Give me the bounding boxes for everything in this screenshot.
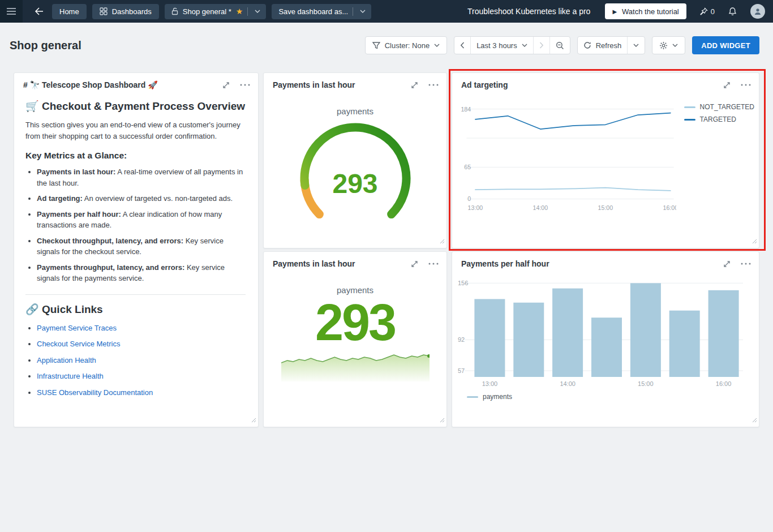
list-item: Infrastructure Health	[37, 371, 246, 382]
bell-icon	[728, 7, 737, 16]
add-widget-button[interactable]: ADD WIDGET	[692, 36, 759, 54]
link-application-health[interactable]: Application Health	[37, 356, 96, 364]
legend-marker	[684, 119, 695, 121]
overview-heading: 🛒 Checkout & Payment Process Overview	[25, 100, 246, 113]
resize-handle[interactable]	[752, 415, 757, 425]
link-payment-service-traces[interactable]: Payment Service Traces	[37, 324, 117, 332]
link-suse-observability-docs[interactable]: SUSE Observability Documentation	[37, 388, 153, 397]
widget-menu-button[interactable]	[428, 84, 439, 86]
svg-text:0: 0	[467, 195, 471, 202]
funnel-icon	[372, 42, 380, 49]
dashboards-label: Dashboards	[112, 7, 152, 16]
user-avatar[interactable]	[750, 4, 765, 19]
top-navigation-bar: Home Dashboards Shop general * ★ Save da…	[0, 0, 773, 23]
expand-icon	[723, 81, 731, 89]
pinned-views-button[interactable]: 0	[700, 7, 715, 16]
svg-text:15:00: 15:00	[638, 380, 654, 387]
widget-menu-button[interactable]	[741, 263, 751, 265]
svg-text:15:00: 15:00	[598, 204, 613, 211]
time-forward-button[interactable]	[534, 37, 550, 54]
link-checkout-service-metrics[interactable]: Checkout Service Metrics	[37, 340, 120, 348]
quick-links-list: Payment Service Traces Checkout Service …	[37, 323, 246, 398]
ellipsis-icon	[428, 263, 439, 265]
dashboard-toolbar: Cluster: None Last 3 hours Refresh	[365, 36, 759, 54]
expand-icon	[410, 260, 419, 268]
svg-text:14:00: 14:00	[533, 204, 548, 211]
time-range-button[interactable]: Last 3 hours	[471, 37, 534, 54]
resize-handle[interactable]	[752, 236, 757, 246]
menu-button[interactable]	[0, 0, 23, 23]
refresh-button[interactable]: Refresh	[578, 37, 628, 54]
expand-widget-button[interactable]	[410, 81, 419, 89]
legend-marker	[684, 106, 695, 108]
svg-text:156: 156	[458, 280, 468, 286]
zoom-out-time-button[interactable]	[550, 37, 570, 54]
chart-legend: NOT_TARGETED TARGETED	[684, 103, 754, 217]
notifications-button[interactable]	[728, 7, 737, 16]
svg-text:13:00: 13:00	[468, 204, 483, 211]
list-item: Checkout throughput, latency, and errors…	[37, 235, 246, 258]
widget-title: Payments in last hour	[273, 80, 355, 89]
metrics-list: Payments in last hour: A real-time overv…	[37, 166, 246, 284]
expand-widget-button[interactable]	[723, 81, 731, 89]
list-item: Payments in last hour: A real-time overv…	[37, 166, 246, 188]
resize-handle[interactable]	[251, 415, 256, 425]
current-dashboard-selector[interactable]: Shop general * ★	[165, 4, 267, 19]
legend-item-not-targeted[interactable]: NOT_TARGETED	[684, 103, 754, 111]
payments-bar-chart: 156925713:0014:0015:0016:00	[457, 274, 746, 389]
widget-payments-per-half-hour: Payments per half hour 156925713:0014:00…	[452, 251, 759, 427]
back-arrow-icon	[35, 7, 44, 15]
zoom-out-icon	[556, 41, 564, 50]
favorite-star-icon[interactable]: ★	[236, 7, 243, 15]
cluster-filter-button[interactable]: Cluster: None	[365, 36, 447, 54]
page-header: Shop general Cluster: None Last 3 hours	[0, 23, 773, 54]
payments-value: 293	[315, 297, 395, 348]
chevron-right-icon	[539, 42, 544, 49]
widget-menu-button[interactable]	[428, 263, 439, 265]
refresh-control: Refresh	[577, 36, 646, 54]
legend-item-payments[interactable]: payments	[467, 393, 754, 401]
quick-links-heading: 🔗 Quick Links	[25, 303, 246, 316]
widget-menu-button[interactable]	[741, 84, 751, 86]
svg-text:57: 57	[458, 367, 465, 374]
widget-payments-gauge: Payments in last hour payments 293	[263, 72, 447, 248]
refresh-options-chevron[interactable]	[628, 37, 645, 54]
expand-widget-button[interactable]	[222, 81, 230, 89]
dashboard-selector-chevron[interactable]	[252, 10, 263, 13]
ellipsis-icon	[428, 84, 439, 86]
save-dashboard-as-button[interactable]: Save dashboard as...	[272, 4, 371, 19]
divider	[25, 294, 246, 295]
dashboards-button[interactable]: Dashboards	[92, 4, 159, 19]
save-as-label: Save dashboard as...	[278, 7, 348, 16]
resize-handle[interactable]	[440, 415, 445, 425]
payments-sparkline	[281, 349, 430, 385]
pin-count: 0	[711, 7, 715, 16]
series-label: payments	[337, 285, 373, 295]
back-button[interactable]	[32, 4, 46, 19]
list-item: Ad targeting: An overview of targeted vs…	[37, 193, 246, 204]
person-icon	[754, 7, 762, 15]
widget-telescope-notes: # 🔭 Telescope Shop Dashboard 🚀 🛒 Checkou…	[14, 72, 259, 427]
widget-menu-button[interactable]	[240, 84, 250, 86]
widget-header: Ad targeting	[452, 73, 759, 93]
link-infrastructure-health[interactable]: Infrastructure Health	[37, 372, 104, 380]
expand-widget-button[interactable]	[723, 260, 731, 268]
home-label: Home	[59, 7, 79, 16]
resize-handle[interactable]	[440, 236, 445, 246]
list-item: SUSE Observability Documentation	[37, 387, 246, 398]
widget-header: Payments in last hour	[264, 73, 446, 93]
time-back-button[interactable]	[454, 37, 471, 54]
chevron-left-icon	[460, 42, 465, 49]
payments-gauge-chart: 293	[287, 119, 423, 233]
legend-item-targeted[interactable]: TARGETED	[684, 115, 754, 123]
list-item: Payments per half hour: A clear indicati…	[37, 209, 246, 231]
dashboard-settings-button[interactable]	[652, 36, 685, 54]
metrics-heading: Key Metrics at a Glance:	[25, 151, 246, 161]
save-as-chevron[interactable]	[358, 10, 368, 13]
home-button[interactable]: Home	[52, 4, 87, 19]
ellipsis-icon	[240, 84, 250, 86]
svg-text:16:00: 16:00	[663, 204, 676, 211]
watch-tutorial-button[interactable]: ▶ Watch the tutorial	[605, 3, 686, 19]
expand-widget-button[interactable]	[410, 260, 419, 268]
current-dashboard-name: Shop general *	[183, 7, 231, 16]
